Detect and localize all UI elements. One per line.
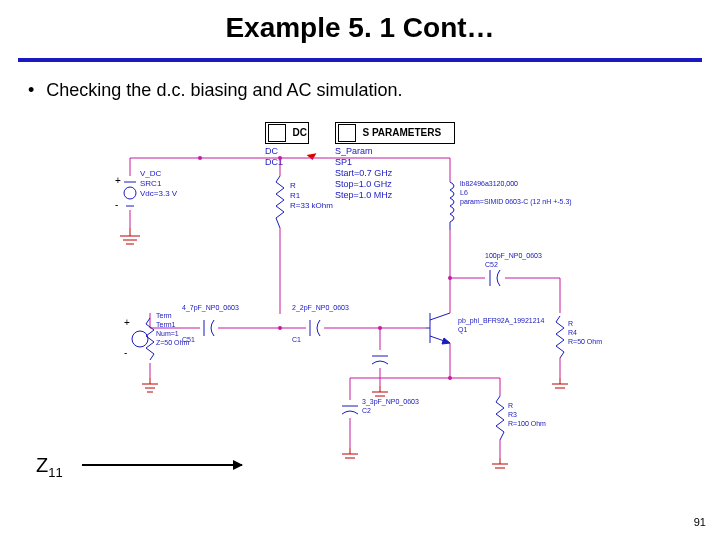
- z11-subscript: 11: [48, 465, 62, 480]
- minus-icon: -: [124, 347, 127, 358]
- capacitor-icon: [310, 320, 320, 336]
- c1s-model: 2_2pF_NP0_0603: [292, 304, 349, 312]
- resistor-icon: [496, 396, 504, 440]
- capacitor-icon: [204, 320, 214, 336]
- z11-label: Z11: [36, 454, 63, 480]
- ground-icon: [342, 448, 358, 458]
- ground-icon: [120, 228, 140, 244]
- svg-point-52: [132, 331, 148, 347]
- ground-icon: [552, 378, 568, 388]
- term-icon: [132, 318, 154, 360]
- rbias-inst: R1: [290, 191, 301, 200]
- ground-icon: [492, 458, 508, 468]
- term-num: Num=1: [156, 330, 179, 337]
- vdc-name: V_DC: [140, 169, 162, 178]
- inductor-icon: [450, 182, 454, 230]
- ground-icon: [142, 378, 158, 392]
- q1-model: pb_phl_BFR92A_19921214: [458, 317, 545, 325]
- r4-inst: R4: [568, 329, 577, 336]
- plus-icon: +: [115, 175, 121, 186]
- ind-inst: L6: [460, 189, 468, 196]
- c2-model: 3_3pF_NP0_0603: [362, 398, 419, 406]
- page-number: 91: [694, 516, 706, 528]
- arrow-icon: [82, 464, 242, 466]
- rbias-name: R: [290, 181, 296, 190]
- term-name: Term: [156, 312, 172, 319]
- minus-icon: -: [115, 199, 118, 210]
- ground-icon: [372, 386, 388, 396]
- svg-point-1: [198, 156, 202, 160]
- c1s-inst: C1: [292, 336, 301, 343]
- vdc-value: Vdc=3.3 V: [140, 189, 178, 198]
- title-rule: [18, 58, 702, 62]
- schematic: + - V_DC SRC1 Vdc=3.3 V R R1 R=33 kOhm l…: [90, 118, 630, 498]
- r4-name: R: [568, 320, 573, 327]
- c51-model: 4_7pF_NP0_0603: [182, 304, 239, 312]
- svg-line-49: [430, 313, 450, 320]
- cout-inst: C52: [485, 261, 498, 268]
- capacitor-icon: [372, 356, 388, 364]
- slide-title: Example 5. 1 Cont…: [0, 12, 720, 44]
- r3-name: R: [508, 402, 513, 409]
- cout-model: 100pF_NP0_0603: [485, 252, 542, 260]
- capacitor-icon: [342, 406, 358, 414]
- resistor-icon: [556, 316, 564, 358]
- r3-inst: R3: [508, 411, 517, 418]
- term-inst: Term1: [156, 321, 176, 328]
- z11-text: Z: [36, 454, 48, 476]
- term-z: Z=50 Ohm: [156, 339, 189, 346]
- rbias-val: R=33 kOhm: [290, 201, 333, 210]
- ind-model: lb82496a3120,000: [460, 180, 518, 187]
- bullet-1: Checking the d.c. biasing and AC simulat…: [28, 80, 403, 101]
- r4-val: R=50 Ohm: [568, 338, 602, 345]
- r3-val: R=100 Ohm: [508, 420, 546, 427]
- q1-inst: Q1: [458, 326, 467, 334]
- resistor-icon: [276, 176, 284, 228]
- svg-point-33: [124, 187, 136, 199]
- svg-marker-51: [442, 338, 450, 344]
- capacitor-icon: [490, 270, 500, 286]
- plus-icon: +: [124, 317, 130, 328]
- c2-inst: C2: [362, 407, 371, 414]
- vdc-inst: SRC1: [140, 179, 162, 188]
- ind-param: param=SIMID 0603-C (12 nH +-5.3): [460, 198, 572, 206]
- transistor-icon: [426, 313, 450, 344]
- vdc-source: [124, 182, 136, 206]
